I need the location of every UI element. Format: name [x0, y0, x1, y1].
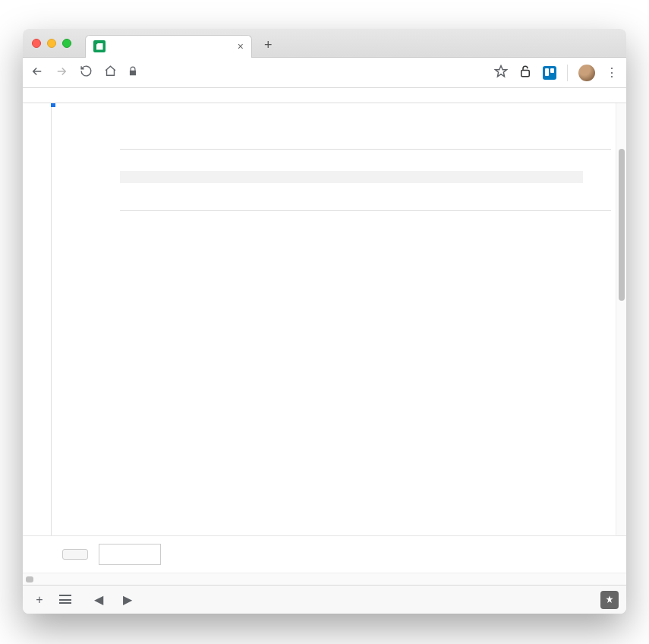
- add-rows-count-input[interactable]: [99, 544, 161, 565]
- customer-city-state: [120, 134, 257, 138]
- col-qty: [348, 159, 408, 171]
- scroll-thumb[interactable]: [619, 149, 625, 301]
- row-headers[interactable]: [23, 103, 52, 535]
- divider-2: [120, 210, 611, 211]
- add-rows-button[interactable]: [62, 549, 88, 560]
- item-qty-cell: [348, 171, 408, 183]
- maximize-window-button[interactable]: [62, 39, 71, 48]
- sheet-body: [23, 103, 626, 535]
- forward-button[interactable]: [55, 65, 68, 81]
- invoice-document: [52, 103, 626, 535]
- add-rows-bar: [23, 535, 626, 573]
- sheet-scroll-right-button[interactable]: ▶: [118, 592, 137, 607]
- titlebar: × +: [23, 29, 626, 58]
- col-unit-price: [408, 159, 484, 171]
- bookmark-star-icon[interactable]: [494, 65, 508, 81]
- browser-window: × +: [23, 29, 626, 614]
- horizontal-scrollbar[interactable]: [23, 573, 626, 585]
- close-window-button[interactable]: [32, 39, 41, 48]
- explore-button[interactable]: [600, 591, 619, 609]
- sheet-content[interactable]: [52, 103, 626, 535]
- reload-button[interactable]: [79, 65, 93, 80]
- minimize-window-button[interactable]: [47, 39, 56, 48]
- browser-menu-button[interactable]: ⋮: [606, 65, 619, 80]
- add-sheet-button[interactable]: +: [30, 593, 49, 607]
- col-description: [120, 159, 348, 171]
- address-bar: ⋮: [23, 58, 626, 88]
- back-button[interactable]: [30, 65, 44, 81]
- profile-avatar[interactable]: [578, 65, 595, 81]
- sheet-nav-arrows: ◀ ▶: [90, 592, 137, 607]
- vertical-scrollbar[interactable]: [616, 103, 626, 535]
- col-total-price: [484, 159, 583, 171]
- sheet-tabs-bar: + ◀ ▶: [23, 585, 626, 614]
- new-tab-button[interactable]: +: [264, 37, 273, 53]
- invoice-meta: [120, 129, 611, 138]
- item-price-cell: [408, 171, 484, 183]
- svg-rect-0: [521, 70, 530, 76]
- separator: [567, 65, 568, 81]
- summary-row: [120, 220, 611, 225]
- close-tab-icon[interactable]: ×: [238, 40, 244, 52]
- trello-extension-icon[interactable]: [543, 66, 556, 80]
- browser-tab[interactable]: ×: [85, 35, 252, 58]
- window-controls: [32, 39, 71, 48]
- lock-icon: [128, 66, 138, 79]
- all-sheets-menu-button[interactable]: [56, 593, 74, 607]
- divider: [120, 149, 611, 150]
- active-cell[interactable]: [52, 103, 55, 106]
- toolbar-right: ⋮: [494, 65, 619, 81]
- extension-lock-icon[interactable]: [518, 65, 532, 81]
- menu-icon: [59, 595, 71, 604]
- sheet-scroll-left-button[interactable]: ◀: [90, 592, 108, 607]
- spreadsheet: + ◀ ▶: [23, 88, 626, 614]
- item-total-cell: [484, 171, 583, 183]
- column-headers[interactable]: [23, 88, 626, 103]
- line-items-table: [120, 159, 611, 183]
- url-field[interactable]: [128, 66, 484, 79]
- home-button[interactable]: [103, 65, 117, 80]
- sheets-favicon-icon: [93, 40, 106, 52]
- item-name-cell: [120, 171, 348, 183]
